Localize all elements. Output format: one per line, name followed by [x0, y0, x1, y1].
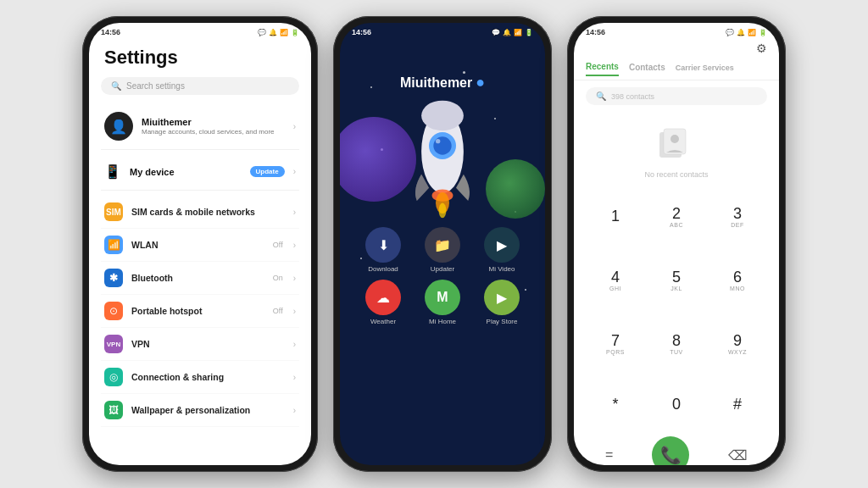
backspace-icon[interactable]: ⌫ — [728, 447, 748, 463]
dialer-bottom-actions: = 📞 ⌫ — [574, 431, 779, 465]
wlan-icon: 📶 — [104, 236, 123, 254]
settings-item-wallpaper[interactable]: 🖼 Wallpaper & personalization › — [101, 394, 299, 427]
svg-point-1 — [421, 101, 464, 131]
settings-item-connection[interactable]: ◎ Connection & sharing › — [101, 361, 299, 394]
dialpad: 1 2 abc 3 def 4 ghi 5 jkl — [574, 186, 779, 431]
device-chevron-icon: › — [293, 167, 296, 176]
device-label: My device — [130, 167, 242, 177]
bluetooth-label: Bluetooth — [131, 273, 264, 283]
sim-icon: SIM — [104, 202, 123, 221]
update-badge[interactable]: Update — [250, 166, 285, 177]
svg-point-3 — [433, 136, 451, 154]
connection-icon: ◎ — [104, 368, 123, 386]
status-time-middle: 14:56 — [352, 28, 371, 36]
tab-recents[interactable]: Recents — [586, 62, 619, 76]
dial-key-0[interactable]: 0 — [647, 376, 706, 431]
vpn-icon: VPN — [104, 335, 123, 353]
brand-dot: ● — [476, 74, 485, 92]
profile-name: Miuithemer — [142, 117, 285, 127]
dial-key-8[interactable]: 8 tuv — [647, 313, 706, 374]
dial-key-7[interactable]: 7 pqrs — [586, 313, 645, 374]
dialer-search-bar[interactable]: 🔍 398 contacts — [586, 87, 767, 105]
vpn-label: VPN — [131, 339, 285, 349]
my-device-row[interactable]: 📱 My device Update › — [101, 158, 299, 191]
bluetooth-value: On — [273, 274, 283, 282]
no-recent-text: No recent contacts — [644, 170, 708, 179]
sim-label: SIM cards & mobile networks — [131, 207, 285, 217]
bluetooth-icon: ✱ — [104, 269, 123, 287]
hotspot-value: Off — [273, 307, 283, 315]
dialer-search-icon: 🔍 — [596, 92, 606, 101]
phone-dialer: 14:56 💬🔔📶🔋 ⚙ Recents Contacts Carrier Se… — [567, 16, 786, 472]
settings-item-hotspot[interactable]: ⊙ Portable hotspot Off › — [101, 295, 299, 328]
launcher-content: Miuithemer ● — [340, 40, 545, 351]
dial-key-hash[interactable]: # — [708, 376, 767, 431]
app-mi-home[interactable]: M Mi Home — [416, 280, 469, 325]
connection-chevron-icon: › — [293, 373, 296, 382]
app-weather[interactable]: ☁ Weather — [357, 280, 409, 325]
call-button[interactable]: 📞 — [652, 436, 689, 465]
app-updater[interactable]: 📁 Updater — [416, 227, 469, 273]
settings-item-bluetooth[interactable]: ✱ Bluetooth On › — [101, 262, 299, 295]
dial-key-5[interactable]: 5 jkl — [647, 249, 706, 311]
wlan-label: WLAN — [131, 240, 264, 250]
search-placeholder: Search settings — [126, 81, 185, 91]
svg-point-10 — [670, 135, 679, 143]
phone-settings: 14:56 💬🔔📶🔋 Settings 🔍 Search settings 👤 … — [82, 16, 318, 472]
dial-key-6[interactable]: 6 mno — [708, 249, 767, 311]
status-icons-right: 💬🔔📶🔋 — [726, 29, 767, 36]
wlan-value: Off — [273, 241, 283, 249]
wallpaper-chevron-icon: › — [293, 406, 296, 415]
svg-point-7 — [439, 203, 447, 219]
sim-chevron-icon: › — [293, 208, 296, 217]
wallpaper-label: Wallpaper & personalization — [131, 405, 285, 415]
hotspot-label: Portable hotspot — [131, 306, 264, 316]
recent-area: No recent contacts — [574, 112, 779, 186]
status-icons-middle: 💬🔔📶🔋 — [492, 29, 533, 36]
vpn-chevron-icon: › — [293, 340, 296, 349]
wlan-chevron-icon: › — [293, 241, 296, 250]
dial-key-3[interactable]: 3 def — [708, 186, 767, 247]
hotspot-icon: ⊙ — [104, 302, 123, 320]
search-icon: 🔍 — [111, 81, 121, 91]
svg-point-4 — [436, 139, 440, 143]
dialer-search-placeholder: 398 contacts — [611, 92, 654, 101]
device-icon: 📱 — [104, 164, 121, 180]
equals-icon[interactable]: = — [605, 447, 613, 463]
recent-contacts-icon — [655, 125, 698, 165]
rocket-area — [348, 92, 537, 227]
dialer-tabs: Recents Contacts Carrier Services — [574, 55, 779, 80]
dial-key-9[interactable]: 9 wxyz — [708, 313, 767, 374]
hotspot-chevron-icon: › — [293, 307, 296, 316]
settings-item-wlan[interactable]: 📶 WLAN Off › — [101, 229, 299, 262]
app-mi-video[interactable]: ▶ Mi Video — [476, 227, 528, 273]
status-time-left: 14:56 — [101, 28, 120, 36]
settings-title: Settings — [104, 47, 299, 69]
profile-row[interactable]: 👤 Miuithemer Manage accounts, cloud serv… — [101, 107, 299, 150]
profile-subtitle: Manage accounts, cloud services, and mor… — [142, 128, 285, 136]
avatar: 👤 — [104, 112, 133, 141]
connection-label: Connection & sharing — [131, 372, 285, 382]
planet-green — [486, 159, 545, 219]
app-play-store[interactable]: ▶ Play Store — [476, 280, 528, 325]
tab-contacts[interactable]: Contacts — [629, 63, 665, 75]
dial-key-2[interactable]: 2 abc — [647, 186, 706, 247]
status-time-right: 14:56 — [586, 28, 605, 36]
phone-launcher: 14:56 💬🔔📶🔋 Miuithemer ● — [333, 16, 552, 472]
dialer-content: ⚙ Recents Contacts Carrier Services 🔍 39… — [574, 40, 779, 465]
tab-carrier[interactable]: Carrier Services — [676, 64, 734, 75]
settings-search-bar[interactable]: 🔍 Search settings — [101, 77, 299, 95]
status-icons-left: 💬🔔📶🔋 — [258, 29, 299, 36]
dial-key-4[interactable]: 4 ghi — [586, 249, 645, 311]
app-download[interactable]: ⬇ Download — [357, 227, 409, 273]
settings-gear-icon[interactable]: ⚙ — [756, 42, 767, 55]
dial-key-1[interactable]: 1 — [586, 186, 645, 247]
dial-key-star[interactable]: * — [586, 376, 645, 431]
launcher-brand: Miuithemer ● — [400, 74, 485, 92]
bluetooth-chevron-icon: › — [293, 274, 296, 283]
wallpaper-icon: 🖼 — [104, 401, 123, 419]
settings-item-sim[interactable]: SIM SIM cards & mobile networks › — [101, 196, 299, 229]
app-grid: ⬇ Download 📁 Updater ▶ Mi Video ☁ Weathe… — [348, 227, 537, 325]
settings-item-vpn[interactable]: VPN VPN › — [101, 328, 299, 361]
profile-chevron-icon: › — [293, 122, 296, 131]
